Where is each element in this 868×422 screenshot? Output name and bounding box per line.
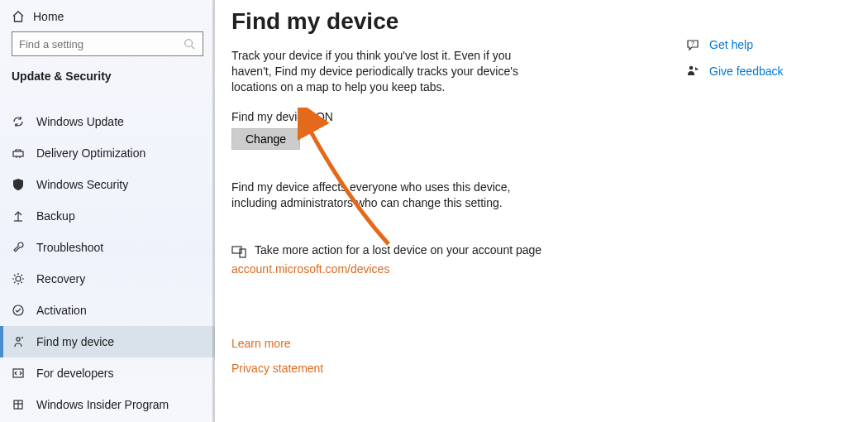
home-icon [12,10,25,23]
privacy-statement-link[interactable]: Privacy statement [231,362,686,375]
svg-point-7 [17,338,20,341]
sidebar-item-label: Windows Insider Program [36,398,169,411]
sidebar-item-label: Activation [36,304,87,317]
page-title: Find my device [231,8,686,35]
give-feedback-label: Give feedback [709,65,784,78]
sidebar-item-label: Windows Update [36,115,124,128]
sidebar-nav: Windows Update Delivery Optimization Win… [0,93,215,420]
sidebar-item-label: Troubleshoot [36,241,103,254]
status-label: Find my device: ON [231,110,686,123]
svg-point-16 [689,66,694,70]
devices-icon [231,244,246,259]
lost-device-text: Take more action for a lost device on yo… [255,243,541,257]
lost-device-action: Take more action for a lost device on yo… [231,243,686,259]
sidebar-item-windows-update[interactable]: Windows Update [0,106,215,137]
get-help-link[interactable]: ? Get help [686,38,851,51]
shield-icon [12,178,25,191]
sidebar-item-troubleshoot[interactable]: Troubleshoot [0,232,215,263]
give-feedback-link[interactable]: Give feedback [686,65,851,78]
svg-point-5 [16,276,21,281]
change-button[interactable]: Change [231,128,300,150]
sidebar-item-backup[interactable]: Backup [0,200,215,232]
affects-text: Find my device affects everyone who uses… [231,180,529,211]
delivery-icon [12,146,25,160]
sidebar-item-activation[interactable]: Activation [0,295,215,326]
main-content: Find my device Track your device if you … [215,0,868,422]
sidebar-item-label: For developers [36,367,113,380]
sidebar-item-delivery-optimization[interactable]: Delivery Optimization [0,137,215,169]
help-pane: ? Get help Give feedback [686,8,851,405]
search-input[interactable] [12,31,203,56]
insider-icon [12,398,25,411]
account-devices-link[interactable]: account.microsoft.com/devices [231,262,686,276]
sidebar-item-label: Delivery Optimization [36,146,145,160]
wrench-icon [12,241,25,254]
recovery-icon [12,272,25,285]
settings-sidebar: Home Update & Security Windows Update [0,0,215,422]
developers-icon [12,367,25,380]
svg-point-6 [13,305,23,315]
page-description: Track your device if you think you've lo… [231,48,546,95]
sidebar-item-for-developers[interactable]: For developers [0,357,215,389]
svg-point-8 [21,337,23,338]
home-button[interactable]: Home [0,0,215,31]
sidebar-item-label: Recovery [36,272,85,285]
sync-icon [12,115,25,128]
sidebar-item-windows-insider[interactable]: Windows Insider Program [0,389,215,420]
svg-text:?: ? [691,41,694,46]
help-chat-icon: ? [686,38,699,51]
sidebar-item-label: Find my device [36,335,114,348]
location-person-icon [12,335,25,348]
get-help-label: Get help [709,38,753,51]
learn-more-link[interactable]: Learn more [231,337,686,350]
sidebar-item-label: Windows Security [36,178,128,191]
content-column: Find my device Track your device if you … [231,8,686,405]
backup-icon [12,209,25,223]
sidebar-item-windows-security[interactable]: Windows Security [0,169,215,200]
sidebar-item-label: Backup [36,209,75,223]
home-label: Home [33,10,64,23]
app-root: Home Update & Security Windows Update [0,0,868,422]
section-title: Update & Security [0,65,215,93]
svg-rect-2 [13,151,23,156]
check-circle-icon [12,304,25,317]
search-wrap [0,31,215,65]
feedback-icon [686,65,699,78]
sidebar-item-recovery[interactable]: Recovery [0,263,215,295]
sidebar-item-find-my-device[interactable]: Find my device [0,326,215,357]
